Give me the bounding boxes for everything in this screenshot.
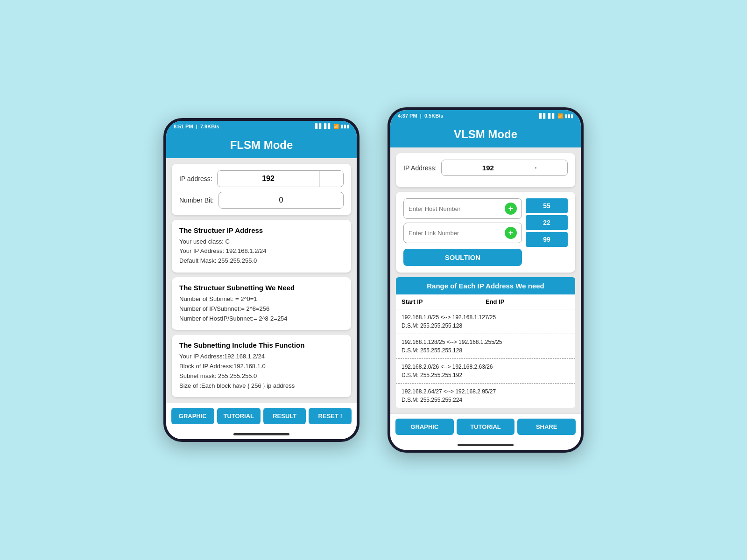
flsm-subnet-text: Number of Subnnet: = 2^0=1 Number of IP/…	[179, 294, 344, 323]
flsm-home-indicator	[166, 429, 357, 439]
range-row-1-line2: D.S.M: 255.255.255.128	[402, 346, 570, 355]
vlsm-inputs-col: + + SOULTION	[403, 198, 522, 266]
flsm-numberbit-input[interactable]	[218, 192, 344, 209]
vlsm-range-table: Start IP End IP 192.168.1.0/25 <--> 192.…	[396, 294, 575, 408]
vlsm-ip-label: IP Address:	[403, 164, 437, 172]
vlsm-range-section: Range of Each IP Address We need Start I…	[396, 277, 575, 408]
vlsm-speed: 0.5KB/s	[424, 113, 443, 119]
flsm-ip-row: IP address:	[179, 170, 344, 187]
range-row-2-line2: D.S.M: 255.255.255.192	[402, 371, 570, 379]
range-row-1-line1: 192.168.1.128/25 <--> 192.168.1.255/25	[402, 338, 570, 346]
flsm-include-card: The Subnetting Include This Function You…	[172, 335, 351, 397]
range-row-0: 192.168.1.0/25 <--> 192.168.1.127/25 D.S…	[396, 309, 575, 334]
vlsm-tutorial-button[interactable]: TUTORIAL	[457, 419, 515, 435]
flsm-graphic-button[interactable]: GRAPHIC	[171, 408, 214, 424]
flsm-subnet-title: The Structuer Subnetting We Need	[179, 284, 344, 292]
flsm-subnet-card: The Structuer Subnetting We Need Number …	[172, 277, 351, 330]
vlsm-col-end: End IP	[486, 298, 570, 305]
vlsm-title: VLSM Mode	[390, 121, 581, 147]
flsm-include-line1: Your IP Address:192.168.1.2/24	[179, 352, 344, 362]
vlsm-ip-input-group[interactable]: · · ·	[441, 160, 568, 176]
flsm-include-text: Your IP Address:192.168.1.2/24 Block of …	[179, 352, 344, 391]
flsm-struct-line3: Default Mask: 255.255.255.0	[179, 256, 344, 266]
flsm-ip-label: IP address:	[179, 175, 212, 182]
flsm-title: FLSM Mode	[166, 132, 357, 158]
flsm-include-line4: Size of :Each block have { 256 } ip addr…	[179, 381, 344, 391]
vlsm-input-card: + + SOULTION 55 22 99	[396, 192, 575, 273]
vlsm-phone: 4:37 PM | 0.5KB/s ▋▋ ▋▋ 📶 ▮▮▮ VLSM Mode …	[388, 107, 584, 453]
range-row-1: 192.168.1.128/25 <--> 192.168.1.255/25 D…	[396, 334, 575, 359]
flsm-ip-input-group[interactable]	[217, 170, 344, 187]
vlsm-graphic-button[interactable]: GRAPHIC	[395, 419, 454, 435]
vlsm-host-add-button[interactable]: +	[505, 203, 517, 215]
flsm-phone: 8:51 PM | 7.9KB/s ▋▋ ▋▋ 📶 ▮▮▮ FLSM Mode …	[163, 118, 359, 442]
vlsm-host-field[interactable]: +	[403, 198, 522, 219]
flsm-include-title: The Subnetting Include This Function	[179, 341, 344, 349]
vlsm-ip-row: IP Address: · · ·	[403, 160, 568, 176]
vlsm-signal-icon: ▋▋ ▋▋	[539, 113, 556, 119]
vlsm-share-button[interactable]: SHARE	[517, 419, 576, 435]
flsm-tutorial-button[interactable]: TUTORIAL	[217, 408, 261, 424]
flsm-time: 8:51 PM	[174, 124, 193, 129]
vlsm-value-2: 22	[526, 215, 568, 230]
flsm-struct-line1: Your used class: C	[179, 237, 344, 247]
vlsm-host-input[interactable]	[409, 205, 501, 212]
flsm-subnet-line2: Number of IP/Subnnet:= 2^8=256	[179, 304, 344, 314]
vlsm-ip-octet-2[interactable]	[537, 160, 568, 175]
range-row-3-line2: D.S.M: 255.255.255.224	[402, 396, 570, 404]
flsm-numberbit-row: Number Bit:	[179, 192, 344, 209]
vlsm-range-header: Range of Each IP Address We need	[396, 277, 575, 294]
vlsm-solution-button[interactable]: SOULTION	[403, 249, 522, 266]
flsm-wifi-icon: 📶	[333, 124, 339, 129]
flsm-subnet-line3: Number of HostIP/Subnnet:= 2^8-2=254	[179, 314, 344, 324]
flsm-struct-line2: Your IP Address: 192.168.1.2/24	[179, 246, 344, 256]
flsm-result-button[interactable]: RESULT	[263, 408, 306, 424]
vlsm-wifi-icon: 📶	[557, 113, 563, 119]
vlsm-value-3: 99	[526, 232, 568, 247]
flsm-ip-card: IP address: Number Bit:	[172, 164, 351, 215]
flsm-include-line2: Block of IP Address:192.168.1.0	[179, 362, 344, 371]
flsm-status-icons: ▋▋ ▋▋ 📶 ▮▮▮	[315, 124, 349, 129]
vlsm-link-add-button[interactable]: +	[505, 227, 517, 239]
flsm-signal-icon: ▋▋ ▋▋	[315, 124, 331, 129]
flsm-speed: 7.9KB/s	[200, 124, 219, 129]
flsm-ip-octet-2[interactable]	[319, 171, 344, 187]
flsm-structure-ip-card: The Structuer IP Address Your used class…	[172, 220, 351, 273]
vlsm-status-bar: 4:37 PM | 0.5KB/s ▋▋ ▋▋ 📶 ▮▮▮	[390, 110, 581, 121]
vlsm-values-col: 55 22 99	[526, 198, 568, 266]
vlsm-link-input[interactable]	[409, 230, 501, 237]
range-row-0-line1: 192.168.1.0/25 <--> 192.168.1.127/25	[402, 313, 570, 322]
flsm-structure-ip-title: The Structuer IP Address	[179, 226, 344, 234]
flsm-numberbit-label: Number Bit:	[179, 196, 214, 204]
flsm-ip-octet-1[interactable]	[218, 171, 319, 187]
flsm-time-speed: 8:51 PM | 7.9KB/s	[174, 124, 219, 129]
vlsm-input-row: + + SOULTION 55 22 99	[403, 198, 568, 266]
flsm-body: IP address: Number Bit: The Structuer IP…	[166, 158, 357, 403]
range-row-2: 192.168.2.0/26 <--> 192.168.2.63/26 D.S.…	[396, 359, 575, 384]
range-row-0-line2: D.S.M: 255.255.255.128	[402, 322, 570, 330]
vlsm-time-speed: 4:37 PM | 0.5KB/s	[398, 113, 443, 119]
vlsm-link-field[interactable]: +	[403, 223, 522, 243]
range-row-3: 192.168.2.64/27 <--> 192.168.2.95/27 D.S…	[396, 384, 575, 408]
flsm-battery-icon: ▮▮▮	[341, 124, 349, 129]
vlsm-status-icons: ▋▋ ▋▋ 📶 ▮▮▮	[539, 113, 573, 119]
vlsm-col-headers: Start IP End IP	[396, 294, 575, 309]
vlsm-body: IP Address: · · ·	[390, 147, 581, 413]
flsm-structure-ip-text: Your used class: C Your IP Address: 192.…	[179, 237, 344, 266]
flsm-status-bar: 8:51 PM | 7.9KB/s ▋▋ ▋▋ 📶 ▮▮▮	[166, 121, 357, 132]
flsm-reset-button[interactable]: RESET !	[309, 408, 352, 424]
range-row-2-line1: 192.168.2.0/26 <--> 192.168.2.63/26	[402, 363, 570, 371]
vlsm-value-1: 55	[526, 198, 568, 213]
flsm-subnet-line1: Number of Subnnet: = 2^0=1	[179, 294, 344, 304]
vlsm-col-start: Start IP	[402, 298, 486, 305]
vlsm-ip-octet-1[interactable]	[442, 160, 534, 175]
vlsm-ip-card: IP Address: · · ·	[396, 153, 575, 187]
vlsm-home-indicator	[390, 440, 581, 450]
vlsm-battery-icon: ▮▮▮	[565, 113, 573, 119]
range-row-3-line1: 192.168.2.64/27 <--> 192.168.2.95/27	[402, 387, 570, 396]
flsm-home-bar	[233, 433, 289, 435]
flsm-bottom-bar: GRAPHIC TUTORIAL RESULT RESET !	[166, 403, 357, 429]
vlsm-home-bar	[458, 444, 514, 446]
vlsm-bottom-bar: GRAPHIC TUTORIAL SHARE	[390, 413, 581, 440]
vlsm-time: 4:37 PM	[398, 113, 417, 119]
